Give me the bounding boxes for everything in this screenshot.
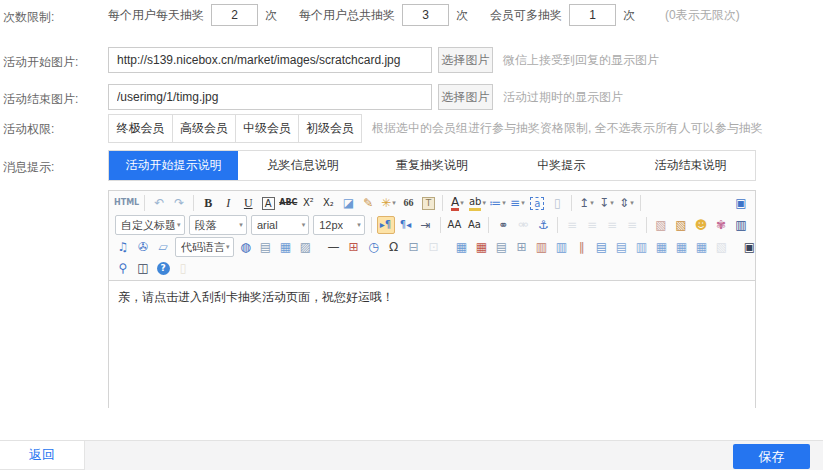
align-right-icon: ≡: [603, 216, 621, 234]
end-image-pick-button[interactable]: 选择图片: [438, 84, 493, 110]
group-button-senior[interactable]: 高级会员: [172, 115, 235, 142]
bordered-text-icon[interactable]: A: [259, 194, 277, 212]
table-caption-icon[interactable]: ▤: [493, 238, 511, 256]
source-code-icon[interactable]: HTML: [114, 194, 139, 212]
delete-table-icon[interactable]: ▦: [473, 238, 491, 256]
format-brush-icon-glyph: ✎: [363, 194, 373, 212]
table-align-left-icon[interactable]: ▦: [653, 238, 671, 256]
underline-icon[interactable]: U: [239, 194, 257, 212]
fullscreen-icon[interactable]: ▣: [732, 194, 750, 212]
insert-table-icon[interactable]: ▦: [453, 238, 471, 256]
italic-icon[interactable]: I: [219, 194, 237, 212]
message-tabs-row: 活动开始提示说明 兑奖信息说明 重复抽奖说明 中奖提示 活动结束说明: [108, 150, 756, 181]
back-button[interactable]: 返回: [0, 441, 85, 470]
insert-code-icon[interactable]: ◍: [237, 238, 255, 256]
tab-win-tip[interactable]: 中奖提示: [497, 151, 626, 180]
start-image-hint: 微信上接受到回复的显示图片: [503, 52, 659, 69]
superscript-icon[interactable]: X²: [299, 194, 317, 212]
start-image-input[interactable]: [108, 47, 432, 73]
rich-text-editor: HTML↶↷BIUAABCX²X₂◪✎✳▾66TA▾ab▾≔▾≡▾a▯↥▾↧▾⇕…: [108, 190, 756, 408]
group-button-ultimate[interactable]: 终极会员: [109, 115, 172, 142]
custom-title-select[interactable]: 自定义标题▾: [115, 215, 185, 235]
music-icon[interactable]: ♫: [114, 238, 132, 256]
dir-ltr-icon[interactable]: ▸¶: [377, 216, 395, 234]
background-icon[interactable]: ▨: [297, 238, 315, 256]
time-icon[interactable]: ◷: [365, 238, 383, 256]
chevron-down-icon: ▾: [521, 199, 525, 207]
save-button[interactable]: 保存: [733, 444, 810, 469]
total-input[interactable]: [402, 4, 449, 26]
attachment-icon[interactable]: ✇: [134, 238, 152, 256]
help-icon[interactable]: ?: [154, 259, 172, 277]
image-icon[interactable]: ▧: [652, 216, 670, 234]
table-full-width-icon[interactable]: ▦: [693, 238, 711, 256]
video-icon[interactable]: ▥: [732, 216, 750, 234]
redo-icon[interactable]: ↷: [170, 194, 188, 212]
highlight-color-icon[interactable]: ab▾: [468, 194, 486, 212]
font-size-select[interactable]: 12px▾: [313, 215, 364, 235]
tab-activity-start-tip[interactable]: 活动开始提示说明: [109, 151, 238, 180]
auto-typeset-icon[interactable]: ✳▾: [379, 194, 397, 212]
special-char-icon[interactable]: Ω: [385, 238, 403, 256]
scrawl-icon[interactable]: ✾: [712, 216, 730, 234]
page-break-icon[interactable]: ⊟: [405, 238, 423, 256]
cleardoc-icon[interactable]: ▤: [257, 238, 275, 256]
dir-rtl-icon[interactable]: ¶◂: [397, 216, 415, 234]
group-button-junior[interactable]: 初级会员: [298, 115, 361, 142]
unordered-list-icon[interactable]: ≡▾: [508, 194, 526, 212]
insert-row-icon[interactable]: ▤: [593, 238, 611, 256]
blockquote-icon[interactable]: 66: [399, 194, 417, 212]
unordered-list-icon-glyph: ≡: [510, 194, 520, 212]
template-icon[interactable]: ▦: [277, 238, 295, 256]
bold-icon[interactable]: B: [199, 194, 217, 212]
find-replace-icon[interactable]: ◫: [134, 259, 152, 277]
delete-col-icon[interactable]: ▥: [633, 238, 651, 256]
strikethrough-icon[interactable]: ABC: [279, 194, 297, 212]
paste-plain-text-icon[interactable]: T: [419, 194, 437, 212]
paragraph-select[interactable]: 段落▾: [189, 215, 247, 235]
table-title-icon-glyph: ⊞: [516, 238, 526, 256]
indent-icon[interactable]: ⇥: [417, 216, 435, 234]
horizontal-rule-icon[interactable]: —: [325, 238, 343, 256]
emoji-icon[interactable]: ☻: [692, 216, 710, 234]
paragraph-spacing-icon[interactable]: ↧▾: [597, 194, 615, 212]
end-image-input[interactable]: [108, 84, 432, 110]
group-button-middle[interactable]: 中级会员: [235, 115, 298, 142]
code-language-select[interactable]: 代码语言▾: [175, 237, 234, 257]
member-extra-input[interactable]: [569, 4, 616, 26]
per-day-input[interactable]: [211, 4, 258, 26]
format-brush-icon[interactable]: ✎: [359, 194, 377, 212]
chart-icon-glyph: ▧: [716, 238, 727, 256]
eraser-icon[interactable]: ◪: [339, 194, 357, 212]
tab-redeem-info[interactable]: 兑奖信息说明: [238, 151, 367, 180]
table-title-icon[interactable]: ⊞: [513, 238, 531, 256]
map-icon[interactable]: ▱: [154, 238, 172, 256]
undo-icon-glyph: ↶: [154, 194, 164, 212]
preview-icon[interactable]: ⚲: [114, 259, 132, 277]
date-icon[interactable]: ⊞: [345, 238, 363, 256]
insert-image-icon[interactable]: ▧: [672, 216, 690, 234]
anchor-text-icon[interactable]: a: [528, 194, 546, 212]
undo-icon[interactable]: ↶: [150, 194, 168, 212]
start-image-pick-button[interactable]: 选择图片: [438, 47, 493, 73]
table-align-center-icon[interactable]: ▦: [673, 238, 691, 256]
font-color-icon[interactable]: A▾: [448, 194, 466, 212]
print-icon[interactable]: ▣: [741, 238, 759, 256]
subscript-icon[interactable]: X₂: [319, 194, 337, 212]
line-height-icon[interactable]: ⇕▾: [617, 194, 635, 212]
uppercase-icon[interactable]: AA: [445, 216, 463, 234]
split-cells-icon[interactable]: ∥: [573, 238, 591, 256]
insert-col-icon[interactable]: ▥: [553, 238, 571, 256]
lowercase-icon[interactable]: Aa: [465, 216, 483, 234]
editor-content[interactable]: 亲，请点击进入刮刮卡抽奖活动页面，祝您好运哦！: [109, 281, 755, 408]
link-icon[interactable]: ⚭: [494, 216, 512, 234]
anchor-icon[interactable]: ⚓: [534, 216, 552, 234]
font-family-select[interactable]: arial▾: [251, 215, 309, 235]
new-page-icon[interactable]: ▯: [548, 194, 566, 212]
tab-activity-end[interactable]: 活动结束说明: [626, 151, 755, 180]
delete-row-icon[interactable]: ▤: [613, 238, 631, 256]
tab-repeat-draw[interactable]: 重复抽奖说明: [367, 151, 496, 180]
ordered-list-icon[interactable]: ≔▾: [488, 194, 506, 212]
merge-cells-icon[interactable]: ▥: [533, 238, 551, 256]
indent-first-line-icon[interactable]: ↥▾: [577, 194, 595, 212]
